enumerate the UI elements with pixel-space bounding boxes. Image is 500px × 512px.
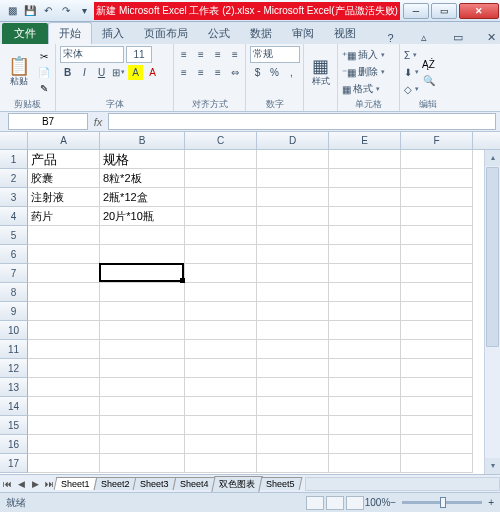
- row-header-14[interactable]: 14: [0, 397, 28, 416]
- cell-E1[interactable]: [329, 150, 401, 169]
- font-size-select[interactable]: 11: [126, 46, 152, 63]
- row-header-13[interactable]: 13: [0, 378, 28, 397]
- italic-button[interactable]: I: [77, 65, 92, 80]
- cell-E14[interactable]: [329, 397, 401, 416]
- cell-E10[interactable]: [329, 321, 401, 340]
- align-top[interactable]: ≡: [177, 47, 192, 62]
- cell-F12[interactable]: [401, 359, 473, 378]
- wrap-text[interactable]: ≡: [228, 47, 243, 62]
- sheet-nav-prev[interactable]: ◀: [14, 479, 28, 489]
- cell-D5[interactable]: [257, 226, 329, 245]
- cell-E5[interactable]: [329, 226, 401, 245]
- row-header-10[interactable]: 10: [0, 321, 28, 340]
- cell-A2[interactable]: 胶囊: [28, 169, 100, 188]
- row-header-7[interactable]: 7: [0, 264, 28, 283]
- cell-A7[interactable]: [28, 264, 100, 283]
- minimize-ribbon-icon[interactable]: ▵: [415, 31, 433, 44]
- cell-B11[interactable]: [100, 340, 185, 359]
- col-header-E[interactable]: E: [329, 132, 401, 149]
- cell-E17[interactable]: [329, 454, 401, 473]
- cell-F4[interactable]: [401, 207, 473, 226]
- copy-button[interactable]: 📄: [36, 65, 51, 80]
- cell-C8[interactable]: [185, 283, 257, 302]
- cell-E13[interactable]: [329, 378, 401, 397]
- tab-formulas[interactable]: 公式: [198, 23, 240, 44]
- cell-E11[interactable]: [329, 340, 401, 359]
- normal-view-button[interactable]: [306, 496, 324, 510]
- cell-C16[interactable]: [185, 435, 257, 454]
- cell-B2[interactable]: 8粒*2板: [100, 169, 185, 188]
- vertical-scrollbar[interactable]: ▴ ▾: [484, 150, 500, 474]
- number-format-select[interactable]: 常规: [250, 46, 300, 63]
- qat-undo[interactable]: ↶: [40, 3, 56, 19]
- row-header-12[interactable]: 12: [0, 359, 28, 378]
- font-name-select[interactable]: 宋体: [60, 46, 124, 63]
- cell-B3[interactable]: 2瓶*12盒: [100, 188, 185, 207]
- cell-A5[interactable]: [28, 226, 100, 245]
- row-header-15[interactable]: 15: [0, 416, 28, 435]
- cell-A10[interactable]: [28, 321, 100, 340]
- row-header-17[interactable]: 17: [0, 454, 28, 473]
- cell-D1[interactable]: [257, 150, 329, 169]
- cell-D17[interactable]: [257, 454, 329, 473]
- bold-button[interactable]: B: [60, 65, 75, 80]
- cell-E2[interactable]: [329, 169, 401, 188]
- cell-E16[interactable]: [329, 435, 401, 454]
- page-layout-view-button[interactable]: [326, 496, 344, 510]
- file-tab[interactable]: 文件: [2, 23, 48, 44]
- cell-F13[interactable]: [401, 378, 473, 397]
- sheet-nav-next[interactable]: ▶: [28, 479, 42, 489]
- currency-button[interactable]: $: [250, 65, 265, 80]
- sheet-tab-1[interactable]: Sheet1: [54, 477, 97, 490]
- cell-E8[interactable]: [329, 283, 401, 302]
- cell-A1[interactable]: 产品: [28, 150, 100, 169]
- cell-D3[interactable]: [257, 188, 329, 207]
- cell-D13[interactable]: [257, 378, 329, 397]
- tab-review[interactable]: 审阅: [282, 23, 324, 44]
- cell-B13[interactable]: [100, 378, 185, 397]
- cell-A4[interactable]: 药片: [28, 207, 100, 226]
- cell-A11[interactable]: [28, 340, 100, 359]
- align-middle[interactable]: ≡: [194, 47, 209, 62]
- cell-A17[interactable]: [28, 454, 100, 473]
- tab-insert[interactable]: 插入: [92, 23, 134, 44]
- cell-B8[interactable]: [100, 283, 185, 302]
- zoom-in-button[interactable]: +: [488, 497, 494, 508]
- cell-D2[interactable]: [257, 169, 329, 188]
- find-select-button[interactable]: 🔍: [421, 73, 436, 88]
- col-header-C[interactable]: C: [185, 132, 257, 149]
- cell-D6[interactable]: [257, 245, 329, 264]
- sort-filter-button[interactable]: ĄŻ: [421, 57, 436, 72]
- cell-B17[interactable]: [100, 454, 185, 473]
- autosum-button[interactable]: Σ▾: [404, 47, 419, 63]
- cell-F11[interactable]: [401, 340, 473, 359]
- cell-F7[interactable]: [401, 264, 473, 283]
- row-header-5[interactable]: 5: [0, 226, 28, 245]
- cell-C11[interactable]: [185, 340, 257, 359]
- cell-F1[interactable]: [401, 150, 473, 169]
- cell-C7[interactable]: [185, 264, 257, 283]
- cell-F14[interactable]: [401, 397, 473, 416]
- cell-D10[interactable]: [257, 321, 329, 340]
- cell-B16[interactable]: [100, 435, 185, 454]
- cell-A15[interactable]: [28, 416, 100, 435]
- col-header-A[interactable]: A: [28, 132, 100, 149]
- col-header-B[interactable]: B: [100, 132, 185, 149]
- cut-button[interactable]: ✂: [36, 49, 51, 64]
- cell-F17[interactable]: [401, 454, 473, 473]
- align-center[interactable]: ≡: [194, 65, 209, 80]
- cell-C14[interactable]: [185, 397, 257, 416]
- close-workbook-icon[interactable]: ✕: [482, 31, 500, 44]
- cell-C10[interactable]: [185, 321, 257, 340]
- fx-icon[interactable]: fx: [88, 116, 108, 128]
- scroll-up-icon[interactable]: ▴: [485, 150, 500, 166]
- cell-F10[interactable]: [401, 321, 473, 340]
- qat-customize[interactable]: ▾: [76, 3, 92, 19]
- cell-D7[interactable]: [257, 264, 329, 283]
- tab-data[interactable]: 数据: [240, 23, 282, 44]
- tab-view[interactable]: 视图: [324, 23, 366, 44]
- tab-layout[interactable]: 页面布局: [134, 23, 198, 44]
- cell-B1[interactable]: 规格: [100, 150, 185, 169]
- row-header-8[interactable]: 8: [0, 283, 28, 302]
- cell-A16[interactable]: [28, 435, 100, 454]
